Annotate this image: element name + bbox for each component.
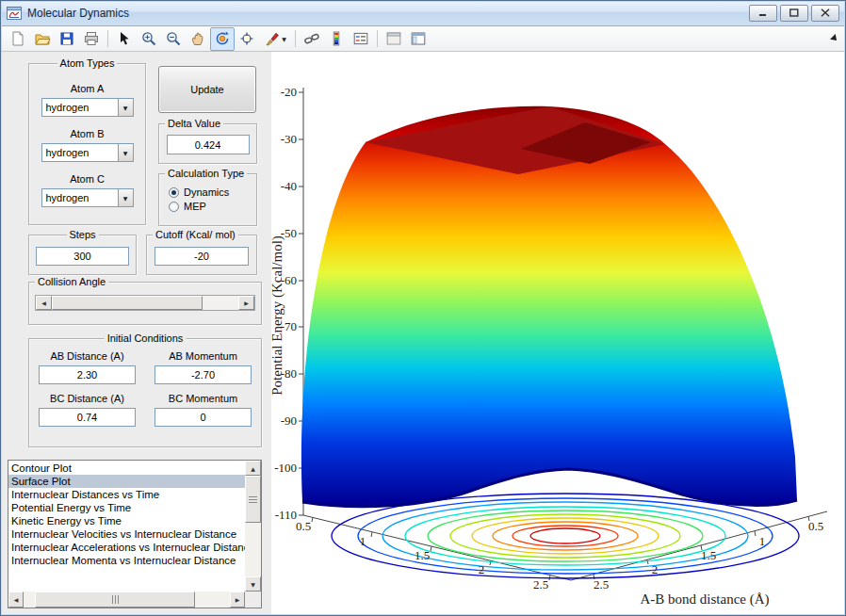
list-item[interactable]: Internuclear Velocities vs Internuclear … xyxy=(8,527,245,541)
show-plot-tools-button[interactable] xyxy=(406,27,431,51)
open-file-button[interactable] xyxy=(30,27,55,51)
atom-b-dropdown[interactable]: hydrogen ▼ xyxy=(41,143,134,162)
bc-distance-value: 0.74 xyxy=(77,412,97,423)
horizontal-scroll-track[interactable] xyxy=(24,592,230,608)
bc-momentum-label: BC Momentum xyxy=(155,393,252,404)
maximize-button[interactable] xyxy=(780,5,808,22)
x-tick-label: 1 xyxy=(759,534,766,548)
chevron-down-icon[interactable]: ▼ xyxy=(118,144,133,161)
list-item[interactable]: Internuclear Momenta vs Internuclear Dis… xyxy=(8,554,245,567)
horizontal-scrollbar[interactable]: ◀ ▶ xyxy=(8,592,245,608)
minimize-button[interactable] xyxy=(749,5,777,22)
x-tick-label: 0.5 xyxy=(808,519,823,533)
y-tick-label: -40 xyxy=(281,179,297,193)
vertical-scrollbar[interactable]: ▲ ▼ xyxy=(245,461,261,592)
initial-conditions-panel: Initial Conditions AB Distance (A) AB Mo… xyxy=(28,338,262,447)
update-button[interactable]: Update xyxy=(158,66,256,113)
save-floppy-icon xyxy=(58,30,75,47)
radio-unselected-icon[interactable] xyxy=(169,202,179,212)
atom-a-label: Atom A xyxy=(71,83,104,94)
rotate-3d-button[interactable] xyxy=(210,27,235,51)
plot-type-listbox[interactable]: Contour Plot Surface Plot Internuclear D… xyxy=(8,460,262,608)
radio-selected-icon[interactable] xyxy=(169,187,179,198)
bc-distance-label: BC Distance (A) xyxy=(39,393,136,404)
molecular-dynamics-window: { "window": { "title": "Molecular Dynami… xyxy=(0,0,846,616)
brush-icon xyxy=(264,30,281,47)
app-icon xyxy=(7,6,22,21)
titlebar[interactable]: Molecular Dynamics xyxy=(0,0,846,26)
steps-field[interactable]: 300 xyxy=(36,247,129,266)
list-item[interactable]: Internuclear Accelerations vs Internucle… xyxy=(8,541,245,554)
x-tick-label: 1.5 xyxy=(415,548,430,562)
link-plot-button[interactable] xyxy=(300,27,324,51)
delta-value-text: 0.424 xyxy=(195,139,221,151)
close-button[interactable] xyxy=(811,5,839,22)
chevron-down-icon[interactable]: ▼ xyxy=(118,99,133,116)
list-item[interactable]: Potential Energy vs Time xyxy=(8,501,245,514)
save-figure-button[interactable] xyxy=(55,27,79,51)
slider-right-arrow-icon[interactable]: ▶ xyxy=(238,296,254,310)
bc-distance-field[interactable]: 0.74 xyxy=(39,408,136,427)
radio-mep[interactable]: MEP xyxy=(169,201,256,212)
atom-a-value: hydrogen xyxy=(42,102,118,113)
scroll-down-arrow-icon[interactable]: ▼ xyxy=(245,576,261,592)
zoom-in-button[interactable] xyxy=(137,27,161,51)
slider-track[interactable] xyxy=(52,296,238,310)
toolbar-overflow-icon[interactable] xyxy=(830,34,839,43)
hide-plot-tools-button[interactable] xyxy=(382,27,406,51)
steps-panel: Steps 300 xyxy=(28,235,137,275)
colorbar-icon xyxy=(328,30,345,47)
x-tick-label: 0.5 xyxy=(296,519,311,533)
list-item-selected[interactable]: Surface Plot xyxy=(8,475,245,488)
atom-a-dropdown[interactable]: hydrogen ▼ xyxy=(41,98,134,117)
pan-hand-icon xyxy=(189,30,206,47)
delta-value-field[interactable]: 0.424 xyxy=(167,135,250,154)
cutoff-value: -20 xyxy=(194,251,209,262)
minimize-icon xyxy=(757,8,769,17)
insert-legend-button[interactable] xyxy=(349,27,373,51)
bc-momentum-field[interactable]: 0 xyxy=(155,408,252,427)
pan-button[interactable] xyxy=(186,27,210,51)
ab-distance-field[interactable]: 2.30 xyxy=(39,365,136,384)
new-figure-button[interactable] xyxy=(6,27,30,51)
slider-thumb[interactable] xyxy=(52,296,203,310)
horizontal-scroll-thumb[interactable] xyxy=(35,592,195,608)
list-item[interactable]: Internuclear Distances vs Time xyxy=(8,488,245,501)
steps-value: 300 xyxy=(73,251,90,262)
scroll-left-arrow-icon[interactable]: ◀ xyxy=(8,592,24,608)
atom-c-value: hydrogen xyxy=(42,192,118,203)
panel-title: Calculation Type xyxy=(165,168,247,179)
scroll-right-arrow-icon[interactable]: ▶ xyxy=(230,592,245,608)
zoom-out-button[interactable] xyxy=(161,27,186,51)
data-cursor-button[interactable] xyxy=(235,27,259,51)
atom-types-panel: Atom Types Atom A hydrogen ▼ Atom B hydr… xyxy=(28,63,146,225)
list-item[interactable]: Kinetic Energy vs Time xyxy=(8,514,245,527)
slider-left-arrow-icon[interactable]: ◀ xyxy=(36,296,52,310)
print-figure-button[interactable] xyxy=(79,27,104,51)
data-cursor-icon xyxy=(238,30,255,47)
brush-data-button[interactable]: ▼ xyxy=(259,27,291,51)
radio-mep-label: MEP xyxy=(184,201,206,212)
window-controls xyxy=(749,5,839,22)
list-item[interactable]: Contour Plot xyxy=(8,462,245,475)
vertical-scroll-track[interactable] xyxy=(245,476,261,576)
atom-c-dropdown[interactable]: hydrogen ▼ xyxy=(41,188,134,207)
ab-momentum-field[interactable]: -2.70 xyxy=(155,365,252,384)
edit-plot-button[interactable] xyxy=(112,27,137,51)
surface-plot[interactable]: -20 -30 -40 -50 -60 -70 -80 -90 -100 -11… xyxy=(271,52,846,616)
bc-momentum-value: 0 xyxy=(200,412,205,423)
x-tick-label: 1 xyxy=(360,534,366,548)
chevron-down-icon[interactable]: ▼ xyxy=(118,189,133,206)
scroll-up-arrow-icon[interactable]: ▲ xyxy=(245,461,261,476)
collision-angle-slider[interactable]: ◀ ▶ xyxy=(35,295,255,311)
plot-area: -20 -30 -40 -50 -60 -70 -80 -90 -100 -11… xyxy=(271,52,846,616)
ab-distance-value: 2.30 xyxy=(77,369,97,381)
cutoff-field[interactable]: -20 xyxy=(155,247,249,266)
radio-dynamics[interactable]: Dynamics xyxy=(169,186,256,198)
insert-colorbar-button[interactable] xyxy=(324,27,349,51)
toolbar-separator xyxy=(295,30,296,47)
ab-momentum-label: AB Momentum xyxy=(155,350,252,362)
x-axis-label: A-B bond distance (Å) xyxy=(640,592,769,608)
vertical-scroll-thumb[interactable] xyxy=(245,476,261,523)
calculation-type-panel: Calculation Type Dynamics MEP xyxy=(158,173,257,226)
